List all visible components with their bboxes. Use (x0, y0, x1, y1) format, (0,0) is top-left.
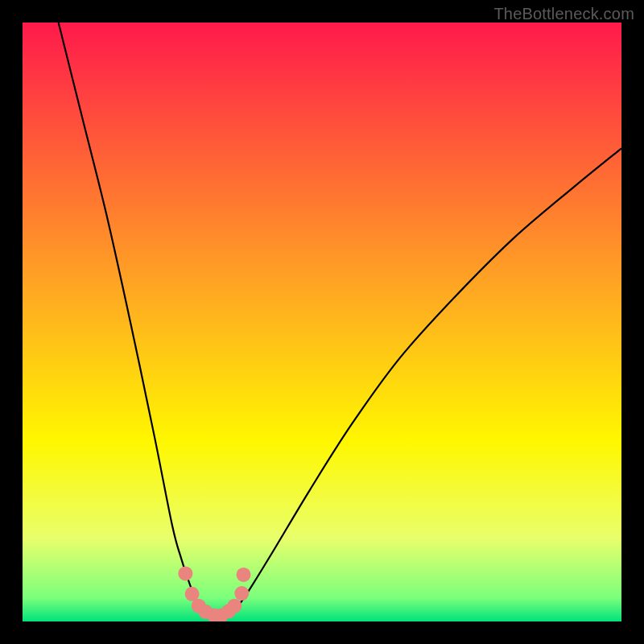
marker-dot (237, 568, 251, 582)
chart-frame: TheBottleneck.com (0, 0, 644, 644)
marker-dot (178, 566, 192, 580)
marker-dot (227, 599, 242, 613)
watermark-text: TheBottleneck.com (493, 5, 634, 23)
chart-plot-area (23, 23, 621, 621)
marker-dot (234, 586, 249, 601)
gradient-background (23, 23, 621, 621)
chart-svg (23, 23, 621, 621)
